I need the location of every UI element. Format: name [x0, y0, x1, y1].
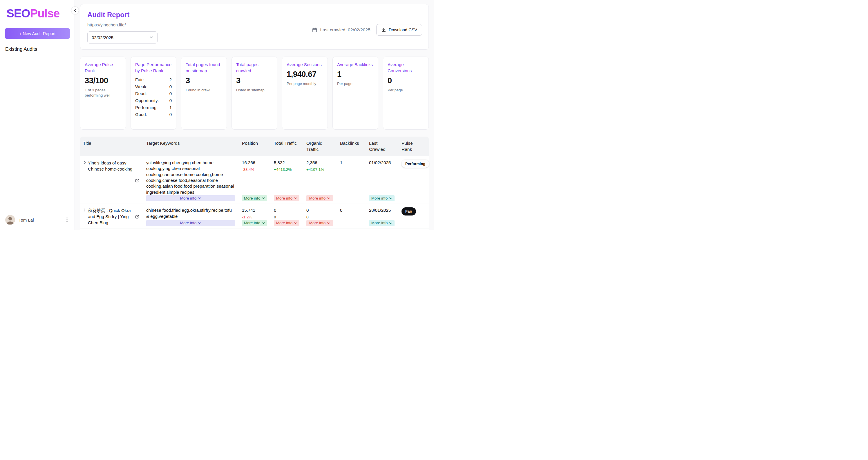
stat-card-average-backlinks: Average Backlinks 1 Per page — [333, 57, 378, 130]
stat-title: Total pages crawled — [236, 61, 273, 74]
chevron-down-icon — [294, 222, 297, 224]
column-header-backlinks: Backlinks — [338, 136, 367, 156]
column-header-position: Position — [240, 136, 272, 156]
stat-subtitle: 1 of 3 pages performing well — [85, 88, 121, 99]
logo-pulse: Pulse — [30, 7, 59, 20]
stat-value: 3 — [236, 76, 273, 85]
column-header-title: Title — [80, 136, 144, 156]
chevron-down-icon — [150, 36, 153, 38]
table-row: 家常廣式炒米粉 : Rice cantonese food,chinese fo… — [80, 229, 429, 230]
main-content: Audit Report https://yingchen.life/ 02/0… — [75, 0, 434, 230]
external-link-icon[interactable] — [135, 215, 139, 219]
page-row-title: Ying's ideas of easy Chinese home-cookin… — [88, 160, 133, 201]
audit-report-header-card: Audit Report https://yingchen.life/ 02/0… — [80, 4, 429, 50]
more-info-chip[interactable]: More info — [274, 220, 300, 226]
breakdown-row: Performing:1 — [135, 104, 172, 111]
backlinks-value: 0 — [340, 207, 362, 213]
row-expand-chevron-icon[interactable] — [84, 207, 86, 226]
chevron-down-icon — [327, 222, 330, 224]
download-csv-button[interactable]: Download CSV — [376, 24, 422, 36]
stats-row: Average Pulse Rank 33/100 1 of 3 pages p… — [80, 57, 429, 130]
stat-card-average-pulse-rank: Average Pulse Rank 33/100 1 of 3 pages p… — [80, 57, 126, 130]
row-expand-chevron-icon[interactable] — [84, 160, 86, 201]
stat-subtitle: Listed in sitemap — [236, 88, 273, 93]
download-icon — [381, 28, 386, 32]
stat-value: 33/100 — [85, 76, 121, 85]
stat-title: Average Sessions — [287, 61, 323, 68]
stat-value: 3 — [186, 76, 222, 85]
more-info-chip[interactable]: More info — [146, 220, 235, 226]
sidebar: SEOPulse + New Audit Report Existing Aud… — [0, 0, 75, 230]
chevron-down-icon — [389, 222, 392, 224]
stat-subtitle: Per page — [388, 88, 424, 93]
more-info-chip[interactable]: More info — [242, 220, 267, 226]
stat-card-average-conversions: Average Conversions 0 Per page — [383, 57, 429, 130]
position-value: 15.741 — [242, 207, 267, 213]
external-link-icon[interactable] — [135, 178, 139, 183]
last-crawled-value: 01/02/2025 — [369, 160, 395, 165]
new-audit-report-button[interactable]: + New Audit Report — [5, 28, 70, 39]
stat-value: 1,940.67 — [287, 70, 323, 79]
app-root: SEOPulse + New Audit Report Existing Aud… — [0, 0, 434, 230]
keywords-text: ycluvlife,ying chen,ying chen home cooki… — [146, 160, 235, 195]
stat-title: Total pages found on sitemap — [186, 61, 222, 74]
report-date-select[interactable]: 02/02/2025 — [87, 31, 158, 43]
table-row: 秋葵炒蛋 : Quick Okra and Egg Stirfry | Ying… — [80, 204, 429, 228]
pages-table: Title Target Keywords Position Total Tra… — [80, 136, 429, 230]
keywords-text: chinese food,fried egg,okra,stirfry,reci… — [146, 207, 235, 219]
stat-subtitle: Per page monthly — [287, 81, 323, 87]
pulse-rank-badge: Fair — [402, 207, 416, 215]
stat-card-pages-crawled: Total pages crawled 3 Listed in sitemap — [231, 57, 277, 130]
more-info-chip[interactable]: More info — [242, 195, 267, 201]
column-header-total-traffic: Total Traffic — [272, 136, 304, 156]
position-change: -38.4% — [242, 167, 267, 172]
user-menu-kebab-icon[interactable] — [65, 216, 69, 224]
calendar-icon — [312, 27, 317, 33]
organic-traffic-value: 0 — [306, 207, 333, 213]
position-change: -1.2% — [242, 215, 267, 220]
chevron-down-icon — [294, 197, 297, 199]
stat-title: Page Performance by Pulse Rank — [135, 61, 172, 74]
sidebar-collapse-button[interactable] — [71, 6, 79, 14]
stat-card-pages-on-sitemap: Total pages found on sitemap 3 Found in … — [181, 57, 227, 130]
last-crawled: Last crawled: 02/02/2025 — [312, 27, 370, 33]
column-header-last-crawled: Last Crawled — [367, 136, 399, 156]
stat-title: Average Pulse Rank — [85, 61, 121, 74]
stat-value: 0 — [388, 76, 424, 85]
stat-value: 1 — [337, 70, 374, 79]
table-header: Title Target Keywords Position Total Tra… — [80, 136, 429, 156]
more-info-chip[interactable]: More info — [274, 195, 300, 201]
logo-seo: SEO — [6, 7, 30, 20]
page-title: Audit Report — [87, 11, 422, 19]
chevron-down-icon — [262, 197, 265, 199]
stat-subtitle: Per page — [337, 81, 374, 87]
more-info-chip[interactable]: More info — [306, 220, 333, 226]
more-info-chip[interactable]: More info — [369, 220, 395, 226]
organic-traffic-value: 2,356 — [306, 160, 333, 165]
breakdown-row: Dead:0 — [135, 90, 172, 97]
breakdown-row: Opportunity:0 — [135, 97, 172, 104]
total-traffic-value: 0 — [274, 207, 300, 213]
last-crawled-value: 28/01/2025 — [369, 207, 395, 213]
header-right-cluster: Last crawled: 02/02/2025 Download CSV — [312, 24, 422, 36]
chevron-down-icon — [327, 197, 330, 199]
page-row-title: 秋葵炒蛋 : Quick Okra and Egg Stirfry | Ying… — [88, 207, 133, 226]
backlinks-value: 1 — [340, 160, 362, 165]
avatar — [5, 215, 15, 225]
chevron-left-icon — [74, 9, 76, 12]
existing-audits-label: Existing Audits — [5, 47, 70, 52]
more-info-chip[interactable]: More info — [306, 195, 333, 201]
user-row: Tom Lai — [5, 214, 70, 226]
breakdown-row: Weak:0 — [135, 83, 172, 90]
total-traffic-change: +4413.2% — [274, 167, 300, 172]
table-row: Ying's ideas of easy Chinese home-cookin… — [80, 156, 429, 204]
user-name: Tom Lai — [19, 217, 61, 222]
breakdown-row: Fair:2 — [135, 76, 172, 83]
more-info-chip[interactable]: More info — [369, 195, 395, 201]
last-crawled-text: Last crawled: 02/02/2025 — [320, 27, 370, 32]
chevron-down-icon — [198, 197, 201, 199]
more-info-chip[interactable]: More info — [146, 195, 235, 201]
stat-subtitle: Found in crawl — [186, 88, 222, 93]
position-value: 16.266 — [242, 160, 267, 165]
stat-title: Average Backlinks — [337, 61, 374, 68]
